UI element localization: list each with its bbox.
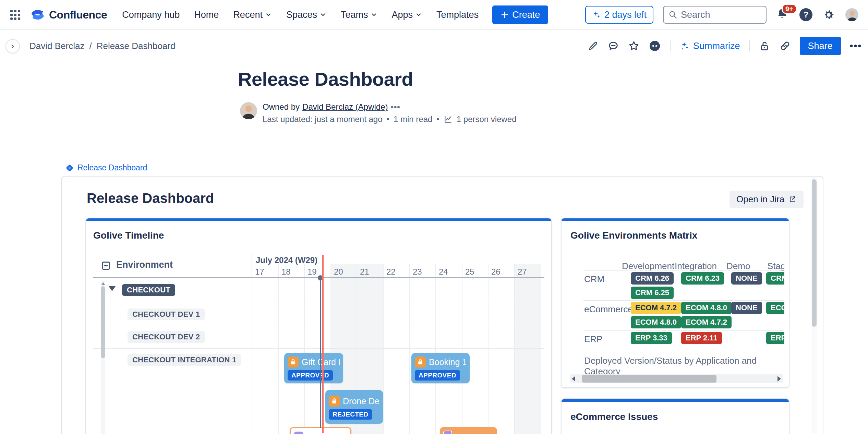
day-label: 20 <box>334 267 343 277</box>
owner-avatar[interactable] <box>240 102 257 119</box>
breadcrumb-page[interactable]: Release Dashboard <box>97 41 176 51</box>
card-accent-bar <box>562 218 789 221</box>
nav-item-company-hub[interactable]: Company hub <box>122 10 180 20</box>
scrollbar-thumb[interactable] <box>582 375 716 383</box>
event-status-badge: APPROVED <box>415 370 460 381</box>
macro-source-link[interactable]: Release Dashboard <box>65 163 147 172</box>
issues-title: eCommerce Issues <box>570 411 658 422</box>
grid-line <box>435 264 436 434</box>
day-label: 17 <box>255 267 264 277</box>
scrollbar-thumb[interactable] <box>812 179 817 327</box>
version-icon <box>294 432 303 434</box>
day-label: 26 <box>491 267 501 277</box>
owner-more-button[interactable]: ••• <box>390 102 400 112</box>
current-time-line <box>322 255 324 433</box>
app-switcher-icon[interactable] <box>10 10 20 20</box>
deployment-event-orange[interactable] <box>440 427 497 434</box>
share-button[interactable]: Share <box>800 37 841 55</box>
version-badge: CRM 6 <box>766 272 784 285</box>
group-collapse-arrow-icon[interactable] <box>109 286 116 291</box>
event-status-badge: APPROVED <box>288 370 333 381</box>
jira-app-icon <box>65 164 74 172</box>
more-actions-button[interactable]: ••• <box>850 40 862 51</box>
version-badge: ERP 3 <box>766 332 784 344</box>
question-mark-icon: ? <box>804 10 809 20</box>
deployment-event-outline[interactable] <box>290 427 351 434</box>
row-divider <box>93 302 544 302</box>
create-button[interactable]: Create <box>492 5 548 24</box>
last-updated-text: Last updated: just a moment ago <box>263 114 383 124</box>
collapse-all-icon[interactable] <box>102 262 110 270</box>
time-marker-line <box>320 278 321 428</box>
viewed-count-text[interactable]: 1 person viewed <box>457 114 517 124</box>
owner-link[interactable]: David Berclaz (Apwide) <box>302 102 388 112</box>
watch-button[interactable] <box>649 40 661 52</box>
nav-item-home[interactable]: Home <box>194 10 219 20</box>
environment-group-checkout[interactable]: CHECKOUT <box>122 284 175 296</box>
nav-item-templates[interactable]: Templates <box>436 10 479 20</box>
environment-row-label[interactable]: CHECKOUT DEV 2 <box>128 331 205 343</box>
scrollbar-thumb[interactable] <box>101 286 105 358</box>
day-label: 22 <box>386 267 396 277</box>
version-badge: ECOM 4.8.0 <box>631 316 681 328</box>
deployment-event-booking[interactable]: Booking 1 APPROVED <box>411 353 470 383</box>
user-avatar[interactable] <box>845 8 859 22</box>
matrix-title: Golive Environments Matrix <box>570 230 697 241</box>
breadcrumb-space[interactable]: David Berclaz <box>29 41 84 51</box>
brand-wordmark: Confluence <box>49 9 107 21</box>
app-row-label: ERP <box>584 334 602 345</box>
table-divider <box>583 330 784 331</box>
version-badge: CRM 6.25 <box>631 287 674 299</box>
nav-right-group: 2 days left 9+ ? <box>585 6 859 24</box>
star-button[interactable] <box>628 40 640 52</box>
search-input[interactable] <box>681 10 756 20</box>
dashboard-heading: Release Dashboard <box>87 191 214 206</box>
help-button[interactable]: ? <box>799 8 812 21</box>
scroll-right-arrow[interactable] <box>777 376 781 382</box>
table-divider <box>583 270 784 271</box>
grid-line <box>304 264 305 434</box>
version-badge: ERP 3.33 <box>631 332 672 344</box>
version-icon <box>443 431 452 434</box>
external-link-icon <box>788 195 797 203</box>
notifications-button[interactable]: 9+ <box>776 7 790 22</box>
nav-item-spaces[interactable]: Spaces <box>286 10 326 20</box>
copy-link-button[interactable] <box>779 40 791 52</box>
timeline-vertical-scrollbar[interactable] <box>101 281 105 434</box>
breadcrumb: David Berclaz / Release Dashboard <box>29 30 175 62</box>
settings-button[interactable] <box>822 8 835 21</box>
read-time-text: 1 min read <box>394 114 432 124</box>
day-label: 23 <box>413 267 422 277</box>
unlock-icon[interactable] <box>759 40 770 52</box>
day-label: 27 <box>518 267 527 277</box>
scroll-left-arrow[interactable] <box>572 376 575 382</box>
deployment-event-drone[interactable]: Drone Delive REJECTED <box>325 390 383 424</box>
open-in-jira-button[interactable]: Open in Jira <box>730 191 804 208</box>
event-status-badge: REJECTED <box>329 409 372 420</box>
ai-sparkle-icon <box>679 41 690 51</box>
summarize-button[interactable]: Summarize <box>679 41 740 51</box>
trial-countdown-button[interactable]: 2 days left <box>585 6 653 24</box>
edit-button[interactable] <box>588 40 599 51</box>
sidebar-expand-button[interactable] <box>5 39 20 53</box>
confluence-mark-icon <box>30 8 46 22</box>
grid-line-strong <box>252 253 252 278</box>
nav-item-apps[interactable]: Apps <box>392 10 422 20</box>
chevron-down-icon <box>265 11 272 18</box>
plus-icon <box>501 11 509 19</box>
matrix-horizontal-scrollbar[interactable] <box>570 374 783 383</box>
nav-item-teams[interactable]: Teams <box>341 10 377 20</box>
environment-row-label[interactable]: CHECKOUT DEV 1 <box>128 309 205 320</box>
grid-line <box>383 264 384 434</box>
panel-vertical-scrollbar[interactable] <box>811 177 817 433</box>
deployment-event-gift-card[interactable]: Gift Card De APPROVED <box>284 353 343 383</box>
search-icon <box>668 10 677 19</box>
table-divider <box>583 300 784 301</box>
grid-line <box>252 264 252 434</box>
analytics-icon <box>444 115 453 124</box>
scroll-up-arrow[interactable] <box>101 282 105 285</box>
nav-item-recent[interactable]: Recent <box>233 10 272 20</box>
comment-button[interactable] <box>607 40 619 52</box>
environment-row-label[interactable]: CHECKOUT INTEGRATION 1 <box>128 354 241 366</box>
confluence-logo[interactable]: Confluence <box>30 8 107 22</box>
